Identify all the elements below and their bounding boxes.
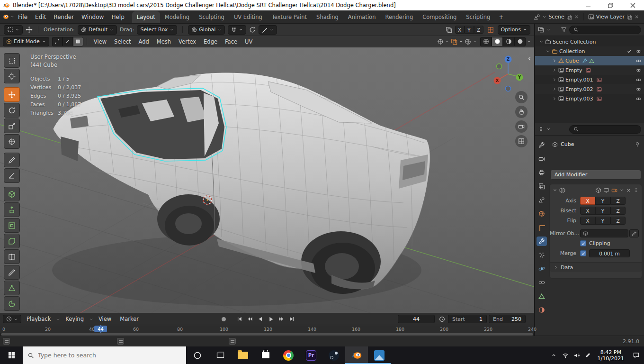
menu-render[interactable]: Render (50, 12, 78, 22)
axis-x-button[interactable]: X (580, 197, 595, 205)
duplicates-icon[interactable] (446, 27, 452, 33)
edit-mode-toggle-icon[interactable] (595, 187, 601, 193)
wireframe-shading-button[interactable] (480, 37, 492, 46)
menu-view[interactable]: View (95, 314, 115, 324)
action-center-button[interactable] (628, 346, 644, 364)
cursor-tool[interactable] (4, 69, 20, 83)
outliner-row-collection[interactable]: Collection (535, 46, 644, 56)
mirror-z-button[interactable]: Z (474, 26, 483, 34)
image-data-icon[interactable] (597, 87, 602, 92)
axis-z-button[interactable]: Z (610, 197, 626, 205)
tab-physics[interactable] (537, 264, 547, 273)
tab-object[interactable] (537, 223, 547, 232)
new-scene-icon[interactable] (566, 14, 572, 20)
start-button[interactable] (0, 346, 23, 364)
eye-icon[interactable] (635, 58, 642, 64)
pen-settings-button[interactable] (582, 346, 594, 364)
tab-material[interactable] (537, 305, 547, 315)
navigation-gizmo[interactable]: Z X Y (492, 53, 524, 93)
tab-world[interactable] (537, 209, 547, 218)
snap-dropdown[interactable] (228, 25, 246, 35)
tab-shading[interactable]: Shading (312, 11, 343, 23)
chevron-down-icon[interactable] (546, 49, 550, 54)
merge-checkbox[interactable] (580, 250, 586, 256)
menu-window[interactable]: Window (78, 12, 107, 22)
edge-select-button[interactable] (63, 37, 73, 46)
realtime-toggle-icon[interactable] (603, 187, 609, 193)
eye-icon[interactable] (635, 67, 642, 73)
outliner-item-label[interactable]: Empty (565, 67, 582, 73)
image-data-icon[interactable] (597, 96, 602, 101)
snapping-grid-icon[interactable] (487, 27, 494, 33)
chevron-down-icon[interactable] (473, 39, 477, 44)
tab-animation[interactable]: Animation (343, 11, 381, 23)
image-data-icon[interactable] (586, 68, 591, 73)
ortho-toggle-button[interactable] (515, 135, 528, 147)
auto-keyframe-button[interactable] (219, 315, 228, 323)
xray-toggle-icon[interactable] (465, 38, 471, 45)
mesh-data-icon[interactable] (589, 58, 594, 64)
view-layer-name[interactable]: View Layer (596, 14, 625, 20)
image-data-icon[interactable] (597, 77, 602, 82)
bisect-x-button[interactable]: X (580, 207, 595, 215)
drag-handle-icon[interactable] (633, 187, 639, 193)
clipping-checkbox[interactable] (580, 240, 586, 246)
eye-icon[interactable] (635, 86, 642, 92)
outliner-item-label[interactable]: Scene Collection (553, 39, 596, 45)
chevron-down-icon[interactable] (619, 188, 624, 192)
tab-particles[interactable] (537, 250, 547, 260)
tab-view-layer[interactable] (537, 182, 547, 191)
scale-tool[interactable] (4, 118, 20, 133)
menu-playback[interactable]: Playback (23, 314, 54, 324)
close-modifier-icon[interactable] (626, 188, 631, 193)
gizmo-neg-z-axis[interactable] (506, 86, 511, 91)
chrome-button[interactable] (277, 346, 300, 364)
steam-button[interactable] (322, 346, 345, 364)
outliner-item-label[interactable]: Cube (565, 58, 579, 64)
jump-to-start-button[interactable] (235, 315, 244, 323)
new-view-layer-icon[interactable] (626, 14, 632, 20)
annotate-tool[interactable] (4, 153, 20, 167)
tab-object-data[interactable] (537, 291, 547, 301)
restore-button[interactable] (599, 0, 622, 10)
mirror-x-button[interactable]: X (455, 26, 465, 34)
sidebar-collapse-arrow[interactable] (527, 56, 532, 62)
play-reverse-button[interactable] (256, 315, 265, 323)
eye-icon[interactable] (635, 48, 642, 55)
proportional-editing-icon[interactable] (249, 27, 256, 33)
outliner-row-empty-003[interactable]: Empty.003 (535, 94, 644, 103)
material-shading-button[interactable] (503, 37, 514, 46)
tab-output[interactable] (537, 168, 547, 177)
add-workspace-button[interactable]: + (495, 11, 507, 23)
touch-keyboard-icon[interactable] (229, 338, 236, 345)
transform-orientation-dropdown[interactable]: Global (188, 25, 225, 35)
network-button[interactable] (560, 346, 571, 364)
properties-search-field[interactable] (569, 125, 641, 134)
file-explorer-button[interactable] (232, 346, 254, 364)
premiere-button[interactable]: Pr (300, 346, 322, 364)
tab-sculpting[interactable]: Sculpting (194, 11, 229, 23)
blender-menu-button[interactable] (2, 12, 14, 22)
menu-help[interactable]: Help (107, 12, 128, 22)
outliner-row-cube[interactable]: Cube (535, 56, 644, 65)
mirror-object-field[interactable] (580, 229, 628, 237)
eyedropper-button[interactable] (629, 229, 639, 237)
chevron-right-icon[interactable] (552, 58, 557, 63)
poly-build-tool[interactable] (4, 281, 20, 295)
blender-taskbar-button[interactable] (345, 346, 368, 364)
bisect-y-button[interactable]: Y (595, 207, 610, 215)
outliner-item-label[interactable]: Empty.002 (565, 86, 593, 92)
tray-expand-button[interactable] (548, 346, 560, 364)
show-overlays-icon[interactable] (451, 38, 457, 45)
close-button[interactable] (622, 0, 644, 10)
menu-file[interactable]: File (14, 12, 31, 22)
tab-modeling[interactable]: Modeling (160, 11, 194, 23)
merge-threshold-field[interactable]: 0.001 m (589, 249, 630, 257)
menu-edit[interactable]: Edit (31, 12, 50, 22)
remove-view-layer-icon[interactable] (634, 14, 639, 19)
touch-keyboard-icon[interactable] (117, 338, 124, 345)
gizmo-neg-y-axis[interactable] (497, 64, 502, 69)
outliner-editor-icon[interactable] (538, 27, 544, 33)
mirror-y-button[interactable]: Y (465, 26, 474, 34)
flip-y-button[interactable]: Y (595, 217, 610, 225)
